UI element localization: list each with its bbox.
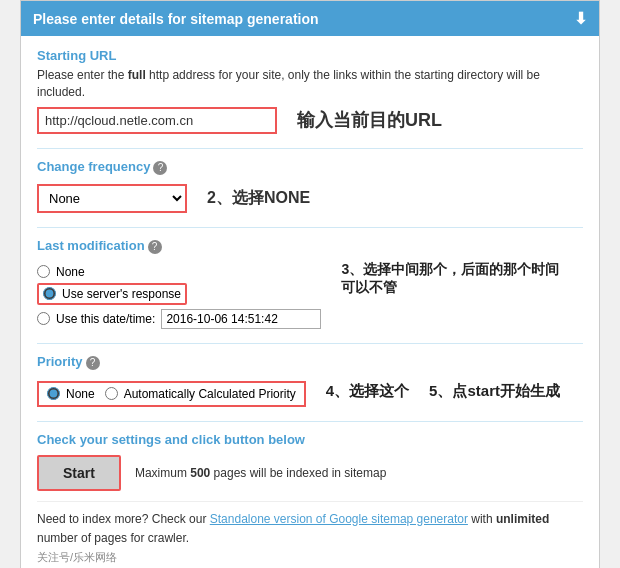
start-desc-rest: pages will be indexed in sitemap [210,466,386,480]
lastmod-annotation-text: 3、选择中间那个，后面的那个时间可以不管 [341,261,541,297]
freq-row: None Always Hourly Daily Weekly Monthly … [37,184,583,213]
url-input-row: 输入当前目的URL [37,107,583,134]
lastmod-server-radio[interactable] [43,287,56,300]
last-modification-section: Last modification ? None Use server's re… [37,227,583,329]
priority-auto-label: Automatically Calculated Priority [124,387,296,401]
start-desc-bold: 500 [190,466,210,480]
lastmod-server-label: Use server's response [62,287,181,301]
priority-none-radio[interactable] [47,387,60,400]
footer-text-before: Need to index more? Check our [37,512,210,526]
start-desc-plain: Maximum [135,466,190,480]
priority-label-row: Priority ? [37,354,583,373]
change-freq-help[interactable]: ? [153,161,167,175]
lastmod-content-row: None Use server's response Use this date… [37,261,583,329]
desc-bold: full [128,68,146,82]
lastmod-date-row: Use this date/time: [37,309,321,329]
priority-auto-row: Automatically Calculated Priority [105,387,296,401]
start-desc: Maximum 500 pages will be indexed in sit… [135,466,386,480]
footer-text-after: with [468,512,496,526]
footer-link[interactable]: Standalone version of Google sitemap gen… [210,512,468,526]
lastmod-none-radio[interactable] [37,265,50,278]
start-row: Start Maximum 500 pages will be indexed … [37,455,583,491]
download-icon[interactable]: ⬇ [574,9,587,28]
check-settings-title: Check your settings and click button bel… [37,432,583,447]
start-annotation-text: 5、点start开始生成 [429,382,560,401]
desc-plain: Please enter the [37,68,128,82]
freq-annotation-text: 2、选择NONE [207,188,310,209]
dialog-header: Please enter details for sitemap generat… [21,1,599,36]
starting-url-title: Starting URL [37,48,583,63]
url-annotation-text: 输入当前目的URL [297,108,442,132]
starting-url-desc: Please enter the full http address for y… [37,67,583,101]
lastmod-radio-group: None Use server's response Use this date… [37,265,321,329]
lastmod-datetime-input[interactable] [161,309,321,329]
priority-none-row: None [47,387,95,401]
dialog-body: Starting URL Please enter the full http … [21,36,599,568]
lastmod-none-row: None [37,265,321,279]
lastmod-none-label: None [56,265,85,279]
lastmod-label-row: Last modification ? [37,238,583,257]
dialog-container: Please enter details for sitemap generat… [20,0,600,568]
change-frequency-section: Change frequency ? None Always Hourly Da… [37,148,583,213]
starting-url-section: Starting URL Please enter the full http … [37,48,583,134]
priority-help[interactable]: ? [86,356,100,370]
start-section: Check your settings and click button bel… [37,421,583,491]
url-input[interactable] [37,107,277,134]
footer-text-end: number of pages for crawler. [37,531,189,545]
start-button[interactable]: Start [37,455,121,491]
change-freq-select[interactable]: None Always Hourly Daily Weekly Monthly … [37,184,187,213]
footer: Need to index more? Check our Standalone… [37,501,583,568]
priority-section: Priority ? None Automatically Calculated… [37,343,583,407]
lastmod-date-label: Use this date/time: [56,312,155,326]
watermark: 关注号/乐米网络 [37,551,117,563]
priority-annotation-text: 4、选择这个 [326,382,409,401]
dialog-title: Please enter details for sitemap generat… [33,11,319,27]
change-freq-title: Change frequency [37,159,150,174]
lastmod-help[interactable]: ? [148,240,162,254]
lastmod-server-row: Use server's response [37,283,187,305]
priority-title: Priority [37,354,83,369]
dialog-content: Starting URL Please enter the full http … [37,48,583,567]
priority-none-label: None [66,387,95,401]
freq-label-row: Change frequency ? [37,159,583,178]
lastmod-date-radio[interactable] [37,312,50,325]
footer-bold: unlimited [496,512,549,526]
priority-content-row: None Automatically Calculated Priority 4… [37,377,583,407]
lastmod-title: Last modification [37,238,145,253]
priority-radio-group: None Automatically Calculated Priority [37,381,306,407]
priority-auto-radio[interactable] [105,387,118,400]
